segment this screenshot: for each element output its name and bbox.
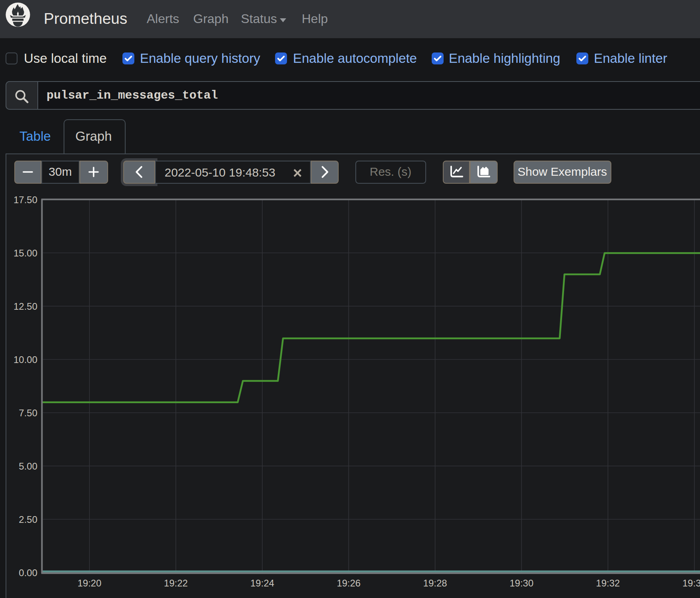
svg-text:19:34: 19:34	[683, 578, 700, 588]
svg-text:15.00: 15.00	[14, 248, 37, 258]
svg-text:19:26: 19:26	[337, 578, 361, 588]
svg-text:12.50: 12.50	[14, 301, 37, 312]
svg-text:19:28: 19:28	[423, 578, 447, 588]
svg-text:19:32: 19:32	[596, 578, 620, 588]
svg-text:19:22: 19:22	[164, 578, 188, 588]
svg-text:19:24: 19:24	[250, 578, 274, 588]
svg-text:7.50: 7.50	[19, 408, 37, 418]
svg-text:19:20: 19:20	[78, 578, 101, 588]
svg-text:19:30: 19:30	[510, 578, 533, 588]
svg-text:5.00: 5.00	[19, 461, 37, 472]
svg-text:0.00: 0.00	[19, 567, 37, 578]
svg-text:10.00: 10.00	[14, 354, 37, 365]
svg-text:2.50: 2.50	[19, 514, 37, 525]
svg-text:17.50: 17.50	[14, 194, 37, 205]
